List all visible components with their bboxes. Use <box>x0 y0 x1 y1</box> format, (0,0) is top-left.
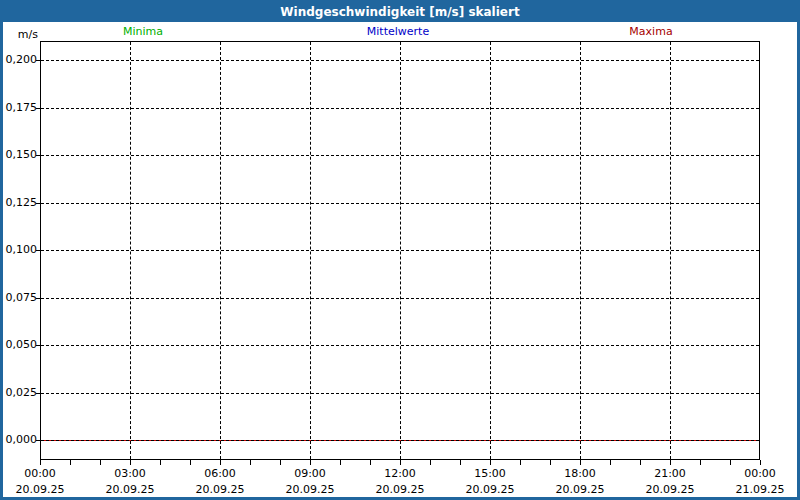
y-tick-label: 0,075 <box>3 292 37 304</box>
y-tick-label: 0,175 <box>3 102 37 114</box>
x-tick-mark <box>700 460 701 465</box>
x-tick-date: 20.09.25 <box>286 484 335 496</box>
plot-area <box>40 41 760 460</box>
h-gridline <box>41 203 759 204</box>
x-tick-mark <box>430 460 431 465</box>
x-tick-mark <box>580 460 581 465</box>
x-tick-time: 15:00 <box>474 468 506 480</box>
y-tick-label: 0,200 <box>3 54 37 66</box>
x-tick-date: 21.09.25 <box>736 484 785 496</box>
x-tick-time: 03:00 <box>114 468 146 480</box>
x-tick-mark <box>190 460 191 465</box>
x-tick-date: 20.09.25 <box>376 484 425 496</box>
h-gridline <box>41 108 759 109</box>
x-tick-mark <box>400 460 401 465</box>
x-tick-time: 06:00 <box>204 468 236 480</box>
y-tick-label: 0,025 <box>3 387 37 399</box>
chart-window: Windgeschwindigkeit [m/s] skaliert Minim… <box>0 0 800 500</box>
x-tick-date: 20.09.25 <box>466 484 515 496</box>
x-tick-time: 00:00 <box>24 468 56 480</box>
x-tick-mark <box>160 460 161 465</box>
x-tick-mark <box>460 460 461 465</box>
x-tick-mark <box>100 460 101 465</box>
h-gridline <box>41 155 759 156</box>
y-tick-label: 0,000 <box>3 434 37 446</box>
x-tick-mark <box>250 460 251 465</box>
x-tick-time: 09:00 <box>294 468 326 480</box>
h-gridline <box>41 298 759 299</box>
x-tick-date: 20.09.25 <box>196 484 245 496</box>
x-tick-time: 12:00 <box>384 468 416 480</box>
h-gridline <box>41 345 759 346</box>
x-tick-mark <box>760 460 761 465</box>
x-tick-time: 00:00 <box>744 468 776 480</box>
legend-minima-label: Minima <box>123 25 163 38</box>
x-tick-mark <box>670 460 671 465</box>
x-tick-mark <box>40 460 41 465</box>
h-gridline <box>41 60 759 61</box>
x-tick-mark <box>280 460 281 465</box>
x-tick-mark <box>130 460 131 465</box>
x-tick-date: 20.09.25 <box>556 484 605 496</box>
x-tick-mark <box>640 460 641 465</box>
y-tick-label: 0,100 <box>3 244 37 256</box>
y-tick-label: 0,150 <box>3 149 37 161</box>
legend-maxima-label: Maxima <box>629 25 672 38</box>
x-tick-time: 18:00 <box>564 468 596 480</box>
x-axis-ticks <box>40 460 761 466</box>
x-tick-mark <box>610 460 611 465</box>
x-tick-date: 20.09.25 <box>16 484 65 496</box>
y-axis-unit-label: m/s <box>3 29 38 41</box>
zero-gridline-overlay <box>41 440 759 441</box>
x-tick-date: 20.09.25 <box>106 484 155 496</box>
x-tick-mark <box>370 460 371 465</box>
x-tick-mark <box>70 460 71 465</box>
x-tick-date: 20.09.25 <box>646 484 695 496</box>
x-tick-mark <box>490 460 491 465</box>
legend-mittelwerte-label: Mittelwerte <box>367 25 429 38</box>
title-bar: Windgeschwindigkeit [m/s] skaliert <box>3 3 797 22</box>
x-tick-time: 21:00 <box>654 468 686 480</box>
h-gridline <box>41 250 759 251</box>
x-tick-mark <box>220 460 221 465</box>
y-tick-label: 0,050 <box>3 339 37 351</box>
x-tick-mark <box>520 460 521 465</box>
y-tick-label: 0,125 <box>3 197 37 209</box>
x-tick-mark <box>730 460 731 465</box>
x-tick-mark <box>310 460 311 465</box>
x-tick-mark <box>340 460 341 465</box>
x-tick-mark <box>550 460 551 465</box>
h-gridline <box>41 393 759 394</box>
chart-title: Windgeschwindigkeit [m/s] skaliert <box>280 5 519 19</box>
